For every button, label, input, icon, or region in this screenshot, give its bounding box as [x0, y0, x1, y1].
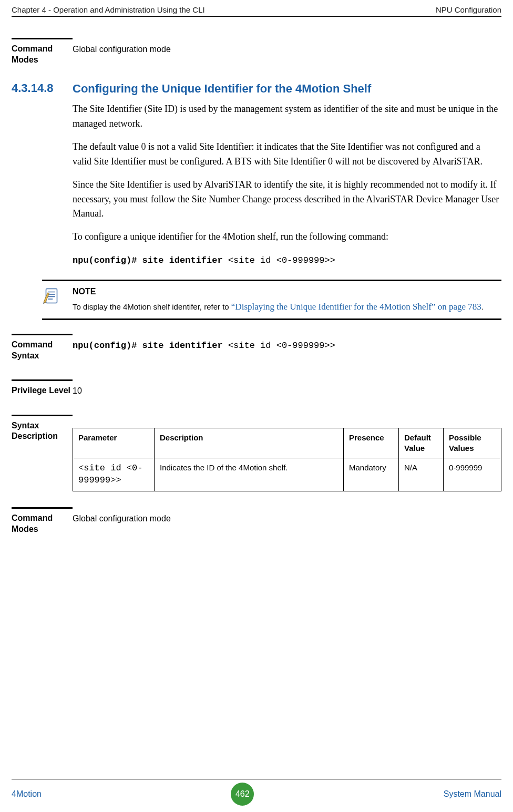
privilege-level-label: Privilege Level: [12, 385, 73, 396]
page-footer: 4Motion 462 System Manual: [0, 775, 513, 806]
syntax-description-block: Syntax Description Parameter Description…: [12, 415, 501, 491]
command-line: npu(config)# site identifier <site id <0…: [73, 253, 501, 268]
command-syntax-block: Command Syntax npu(config)# site identif…: [12, 334, 501, 362]
privilege-level-block: Privilege Level 10: [12, 379, 501, 397]
cell-description: Indicates the ID of the 4Motion shelf.: [155, 458, 344, 491]
note-icon: [42, 286, 61, 305]
note-tail: .: [481, 302, 484, 311]
divider: [12, 379, 73, 381]
divider: [12, 415, 73, 416]
note-rule-bottom: [42, 318, 501, 320]
command-bold: npu(config)# site identifier: [73, 341, 228, 351]
command-modes-label: Command Modes: [12, 513, 73, 535]
paragraph: The default value 0 is not a valid Site …: [73, 140, 501, 169]
command-modes-value: Global configuration mode: [73, 44, 501, 55]
command-modes-label: Command Modes: [12, 44, 73, 66]
col-description: Description: [155, 428, 344, 458]
section-body: The Site Identifier (Site ID) is used by…: [73, 102, 501, 268]
divider: [12, 507, 73, 509]
parameters-table: Parameter Description Presence Default V…: [73, 428, 501, 491]
cell-possible: 0-999999: [444, 458, 501, 491]
note-text: NOTE To display the 4Motion shelf identi…: [73, 285, 501, 314]
syntax-description-label: Syntax Description: [12, 420, 73, 443]
cell-default: N/A: [399, 458, 444, 491]
divider: [12, 334, 73, 335]
col-parameter: Parameter: [73, 428, 155, 458]
command-syntax-value: npu(config)# site identifier <site id <0…: [73, 340, 501, 352]
cross-reference-link[interactable]: “Displaying the Unique Identifier for th…: [231, 302, 481, 312]
command-arg: <site id <0-999999>>: [228, 341, 335, 351]
section-title: Configuring the Unique Identifier for th…: [73, 81, 501, 96]
section-heading: 4.3.14.8 Configuring the Unique Identifi…: [12, 81, 501, 96]
footer-rule: [12, 779, 501, 779]
note-box: NOTE To display the 4Motion shelf identi…: [42, 280, 501, 321]
command-syntax-label: Command Syntax: [12, 340, 73, 362]
footer-left: 4Motion: [12, 789, 42, 799]
note-body: To display the 4Motion shelf identifer, …: [73, 301, 501, 314]
paragraph: The Site Identifier (Site ID) is used by…: [73, 102, 501, 131]
page-number-badge: 462: [231, 783, 254, 806]
privilege-level-value: 10: [73, 385, 501, 397]
command-modes-value: Global configuration mode: [73, 513, 501, 525]
paragraph: To configure a unique identifier for the…: [73, 230, 501, 244]
section-number: 4.3.14.8: [12, 81, 73, 95]
col-possible: Possible Values: [444, 428, 501, 458]
cell-parameter: <site id <0-999999>>: [73, 458, 155, 491]
note-icon-cell: [42, 285, 73, 314]
command-modes-block-top: Command Modes Global configuration mode: [12, 38, 501, 66]
col-default: Default Value: [399, 428, 444, 458]
syntax-description-table-wrap: Parameter Description Presence Default V…: [73, 420, 501, 491]
header-left: Chapter 4 - Operation and Administration…: [12, 5, 205, 14]
col-presence: Presence: [344, 428, 399, 458]
header-right: NPU Configuration: [436, 5, 501, 14]
paragraph: Since the Site Identifier is used by Alv…: [73, 178, 501, 222]
footer-right: System Manual: [444, 789, 501, 799]
note-heading: NOTE: [73, 285, 501, 297]
table-header-row: Parameter Description Presence Default V…: [73, 428, 501, 458]
command-bold: npu(config)# site identifier: [73, 255, 228, 265]
table-row: <site id <0-999999>> Indicates the ID of…: [73, 458, 501, 491]
command-modes-block-bottom: Command Modes Global configuration mode: [12, 507, 501, 535]
page-content: Command Modes Global configuration mode …: [0, 17, 513, 535]
page-header: Chapter 4 - Operation and Administration…: [0, 0, 513, 16]
cell-presence: Mandatory: [344, 458, 399, 491]
command-arg: <site id <0-999999>>: [228, 255, 335, 265]
divider: [12, 38, 73, 39]
note-lead: To display the 4Motion shelf identifer, …: [73, 302, 231, 311]
